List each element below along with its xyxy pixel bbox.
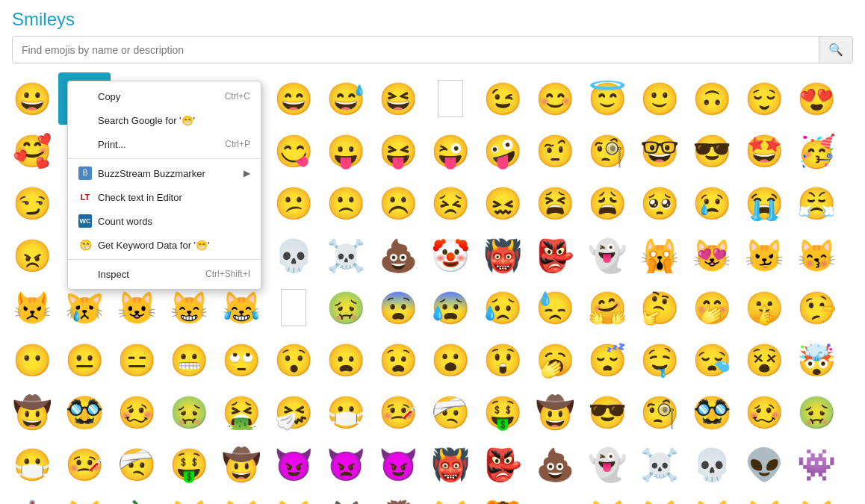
emoji-cell[interactable]: 🥺 [633,177,686,229]
emoji-cell[interactable]: 😜 [424,125,477,177]
emoji-cell[interactable]: 🤑 [163,438,215,491]
emoji-cell[interactable]: 🤥 [790,281,843,334]
emoji-cell[interactable]: 😈 [372,438,424,491]
emoji-cell[interactable]: 🤠 [215,438,267,491]
emoji-cell[interactable]: 😦 [320,334,372,386]
ctx-buzzmarker[interactable]: B BuzzStream Buzzmarker ▶ [68,161,261,185]
emoji-cell[interactable]: 😨 [372,281,424,334]
emoji-cell[interactable]: 💩 [372,229,424,281]
emoji-cell[interactable]: 🤒 [372,386,424,438]
emoji-cell[interactable]: 😻 [424,491,477,504]
emoji-cell[interactable]: 😯 [267,334,320,386]
emoji-cell[interactable]: 🦊 [320,491,372,504]
ctx-inspect[interactable]: Inspect Ctrl+Shift+I [68,262,261,286]
emoji-cell[interactable] [267,281,320,334]
emoji-cell[interactable]: 😩 [581,177,633,229]
emoji-cell[interactable]: 😲 [477,334,529,386]
emoji-cell[interactable]: 🤕 [424,386,477,438]
emoji-cell[interactable]: 😉 [477,72,529,125]
emoji-cell[interactable]: 👹 [424,438,477,491]
emoji-cell[interactable]: ☹️ [372,177,424,229]
emoji-cell[interactable]: 🙄 [215,334,267,386]
emoji-cell[interactable]: 🤠 [6,386,58,438]
emoji-cell[interactable]: 😠 [6,229,58,281]
ctx-copy[interactable]: Copy Ctrl+C [68,84,261,108]
emoji-cell[interactable]: 🥴 [111,386,163,438]
emoji-cell[interactable]: 😹 [267,491,320,504]
emoji-cell[interactable]: 🤕 [111,438,163,491]
emoji-cell[interactable]: 😑 [111,334,163,386]
emoji-cell[interactable]: 😫 [529,177,581,229]
emoji-cell[interactable]: 🤭 [686,281,738,334]
emoji-cell[interactable]: 👺 [529,229,581,281]
emoji-cell[interactable]: 😆 [372,72,424,125]
emoji-cell[interactable]: 🐱 [163,491,215,504]
emoji-cell[interactable]: 🐱 [790,491,843,504]
emoji-cell[interactable]: 😣 [424,177,477,229]
emoji-cell[interactable]: 🥱 [529,334,581,386]
emoji-cell[interactable]: 🤯 [790,334,843,386]
emoji-cell[interactable]: 😖 [477,177,529,229]
emoji-cell[interactable]: 😬 [163,334,215,386]
emoji-cell[interactable]: 😸 [215,491,267,504]
emoji-cell[interactable]: 😌 [738,72,790,125]
emoji-cell[interactable]: 😝 [372,125,424,177]
emoji-cell[interactable]: 😄 [267,72,320,125]
emoji-cell[interactable]: 🥸 [686,386,738,438]
emoji-cell[interactable]: 🐱 [581,491,633,504]
emoji-cell[interactable]: 🤑 [477,386,529,438]
emoji-cell[interactable]: 🤢 [790,386,843,438]
emoji-cell[interactable]: 🙃 [686,72,738,125]
ctx-keyword-data[interactable]: 😁 Get Keyword Data for '😁' [68,233,261,257]
emoji-cell[interactable]: 😋 [267,125,320,177]
emoji-cell[interactable]: 🐱 [633,491,686,504]
emoji-cell[interactable]: 😇 [581,72,633,125]
emoji-cell[interactable]: 😤 [790,177,843,229]
emoji-cell[interactable]: 🤔 [633,281,686,334]
emoji-cell[interactable]: 😕 [267,177,320,229]
emoji-cell[interactable]: 🥰 [6,125,58,177]
emoji-cell[interactable]: 🤩 [738,125,790,177]
emoji-cell[interactable]: 😎 [686,125,738,177]
emoji-cell[interactable] [424,72,477,125]
emoji-cell[interactable]: 🤧 [267,386,320,438]
emoji-cell[interactable]: 😵 [738,334,790,386]
emoji-cell[interactable]: 🥳 [790,125,843,177]
emoji-cell[interactable]: 😢 [686,177,738,229]
emoji-cell[interactable]: 🤢 [320,281,372,334]
emoji-cell[interactable]: 🦝 [529,491,581,504]
emoji-cell[interactable]: 🤨 [529,125,581,177]
emoji-cell[interactable]: 😺 [58,491,111,504]
emoji-cell[interactable]: 😓 [529,281,581,334]
emoji-cell[interactable]: 💀 [686,438,738,491]
emoji-cell[interactable]: 😧 [372,334,424,386]
emoji-cell[interactable]: 😻 [686,229,738,281]
emoji-cell[interactable]: 👿 [320,438,372,491]
emoji-cell[interactable]: 😶 [6,334,58,386]
emoji-cell[interactable]: 😀 [6,72,58,125]
emoji-cell[interactable]: 🎃 [111,491,163,504]
emoji-cell[interactable]: 🐯 [477,491,529,504]
emoji-cell[interactable]: 👽 [738,438,790,491]
emoji-cell[interactable]: 🤓 [633,125,686,177]
emoji-cell[interactable]: 😮 [424,334,477,386]
search-input[interactable] [13,38,819,62]
emoji-cell[interactable]: ☠️ [633,438,686,491]
emoji-cell[interactable]: 🤗 [581,281,633,334]
emoji-cell[interactable]: 😷 [6,438,58,491]
emoji-cell[interactable]: 🦁 [372,491,424,504]
emoji-cell[interactable]: 😈 [267,438,320,491]
emoji-cell[interactable]: 😴 [581,334,633,386]
emoji-cell[interactable]: 😐 [58,334,111,386]
emoji-cell[interactable]: 😾 [6,281,58,334]
emoji-cell[interactable]: 🤤 [633,334,686,386]
emoji-cell[interactable]: 🤡 [424,229,477,281]
emoji-cell[interactable]: 🐱 [738,491,790,504]
emoji-cell[interactable]: 😽 [790,229,843,281]
emoji-cell[interactable]: 🧐 [581,125,633,177]
ctx-count-words[interactable]: WC Count words [68,209,261,233]
emoji-cell[interactable]: 🤢 [163,386,215,438]
emoji-cell[interactable]: 🧐 [633,386,686,438]
emoji-cell[interactable]: 😼 [738,229,790,281]
ctx-print[interactable]: Print... Ctrl+P [68,132,261,156]
